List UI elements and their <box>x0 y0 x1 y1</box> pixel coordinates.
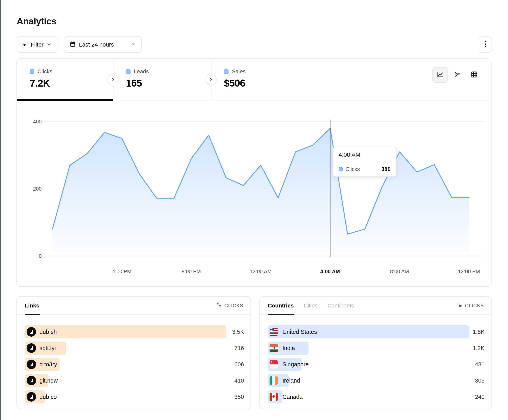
x-axis-tick: 8:00 AM <box>382 268 417 275</box>
dub-logo-icon <box>27 343 36 353</box>
calendar-icon <box>69 41 76 48</box>
countries-list: United States 1.8K India 1.2K <box>268 325 485 406</box>
dub-logo-icon <box>27 376 36 385</box>
chart-type-switcher <box>433 67 482 83</box>
dub-logo-icon <box>27 360 36 369</box>
link-row[interactable]: dub.co 350 <box>25 390 244 403</box>
tab-clicks[interactable]: Clicks 7.2K <box>17 59 113 101</box>
area-chart-canvas <box>17 101 492 287</box>
sales-legend-square <box>224 69 229 74</box>
analytics-page: Analytics Filter Last 24 hours <box>0 0 508 420</box>
country-row[interactable]: United States 1.8K <box>268 325 485 338</box>
line-chart-view-button[interactable] <box>433 67 448 83</box>
date-range-label: Last 24 hours <box>79 41 114 48</box>
x-axis-tick: 8:00 PM <box>173 268 209 275</box>
link-label: d.to/try <box>39 358 57 371</box>
cursor-click-icon <box>457 302 463 309</box>
link-label: dub.sh <box>39 325 57 338</box>
link-value: 410 <box>234 374 244 387</box>
singapore-flag-icon <box>269 360 278 369</box>
link-row[interactable]: d.to/try 606 <box>25 358 244 371</box>
link-label: git.new <box>39 374 58 387</box>
country-bar <box>268 390 282 403</box>
tab-sales[interactable]: Sales $506 <box>211 59 309 101</box>
leads-tab-label: Leads <box>134 68 149 75</box>
link-row[interactable]: spti.fyi 716 <box>25 341 244 355</box>
link-value: 716 <box>234 341 244 355</box>
metric-tabs-row: Clicks 7.2K Leads 165 Sales $506 <box>17 59 491 101</box>
links-list: dub.sh 3.5K spti.fyi 716 d.to/try 606 <box>25 325 244 406</box>
dub-logo-icon <box>27 392 36 402</box>
tab-cities[interactable]: Cities <box>304 297 318 315</box>
country-value: 1.2K <box>473 341 485 355</box>
us-flag-icon <box>269 328 278 336</box>
x-axis-tick-active: 4:00 AM <box>312 268 348 275</box>
funnel-icon <box>454 71 461 79</box>
funnel-view-button[interactable] <box>449 67 465 83</box>
link-row[interactable]: dub.sh 3.5K <box>25 325 244 338</box>
tooltip-legend-square <box>339 167 343 171</box>
filter-button[interactable]: Filter <box>17 36 58 53</box>
country-row[interactable]: Singapore 481 <box>268 358 485 371</box>
x-axis-tick: 12:00 AM <box>243 268 278 275</box>
grid-icon <box>471 71 478 79</box>
vertical-ellipsis-icon <box>482 40 488 49</box>
tab-links[interactable]: Links <box>25 297 39 315</box>
sales-tab-label: Sales <box>232 68 246 75</box>
analytics-card: Clicks 7.2K Leads 165 Sales $506 <box>16 58 492 287</box>
tab-leads[interactable]: Leads 165 <box>113 59 211 101</box>
expand-leads-button[interactable] <box>206 74 217 85</box>
links-panel: Links CLICKS dub.sh <box>16 296 251 409</box>
x-axis-tick: 4:00 PM <box>104 268 140 275</box>
geo-panel: Countries Cities Continents CLICKS <box>260 296 492 409</box>
links-clicks-sort-button[interactable]: CLICKS <box>217 297 243 315</box>
geo-panel-header: Countries Cities Continents CLICKS <box>260 297 491 315</box>
country-value: 1.8K <box>473 325 485 338</box>
geo-clicks-sort-button[interactable]: CLICKS <box>457 297 484 315</box>
hover-crosshair <box>330 120 330 257</box>
link-label: spti.fyi <box>39 341 56 355</box>
filter-icon <box>22 41 28 48</box>
filter-button-label: Filter <box>31 41 44 48</box>
tooltip-time: 4:00 AM <box>333 147 396 162</box>
geo-metric-header-label: CLICKS <box>465 303 484 308</box>
date-range-button[interactable]: Last 24 hours <box>64 36 142 53</box>
country-row[interactable]: India 1.2K <box>268 341 485 355</box>
page-title: Analytics <box>17 16 56 27</box>
y-axis-tick-400: 400 <box>20 119 42 125</box>
more-options-button[interactable] <box>479 36 492 53</box>
canada-flag-icon <box>269 393 278 401</box>
tab-continents[interactable]: Continents <box>328 297 354 315</box>
page-edge-accent <box>0 0 1 420</box>
ireland-flag-icon <box>269 377 278 385</box>
tab-countries[interactable]: Countries <box>268 297 294 315</box>
country-value: 240 <box>475 390 485 403</box>
clicks-legend-square <box>30 69 34 74</box>
link-value: 606 <box>234 358 244 371</box>
sales-value: $506 <box>224 78 245 89</box>
country-value: 481 <box>475 358 485 371</box>
country-label: United States <box>283 325 317 338</box>
dub-logo-icon <box>27 327 36 337</box>
country-row[interactable]: Ireland 305 <box>268 374 485 387</box>
clicks-value: 7.2K <box>30 78 50 89</box>
link-value: 350 <box>234 390 244 403</box>
link-value: 3.5K <box>232 325 244 338</box>
country-label: Ireland <box>283 374 300 387</box>
chart-tooltip: 4:00 AM Clicks 380 <box>333 147 396 177</box>
links-metric-header-label: CLICKS <box>224 303 243 308</box>
clicks-chart[interactable]: 400 200 0 4:00 PM 8:00 PM 12:00 AM 4:00 … <box>17 101 492 287</box>
chevron-down-icon <box>46 42 52 48</box>
country-label: Canada <box>283 390 303 403</box>
link-label: dub.co <box>39 390 57 403</box>
table-view-button[interactable] <box>467 67 482 83</box>
link-row[interactable]: git.new 410 <box>25 374 244 387</box>
tooltip-series-label: Clicks <box>345 166 379 172</box>
y-axis-tick-0: 0 <box>20 253 42 259</box>
y-axis-tick-200: 200 <box>20 186 42 192</box>
country-value: 305 <box>475 374 485 387</box>
tooltip-value: 380 <box>381 166 391 172</box>
india-flag-icon <box>269 344 278 352</box>
country-row[interactable]: Canada 240 <box>268 390 485 403</box>
expand-clicks-button[interactable] <box>107 74 119 85</box>
